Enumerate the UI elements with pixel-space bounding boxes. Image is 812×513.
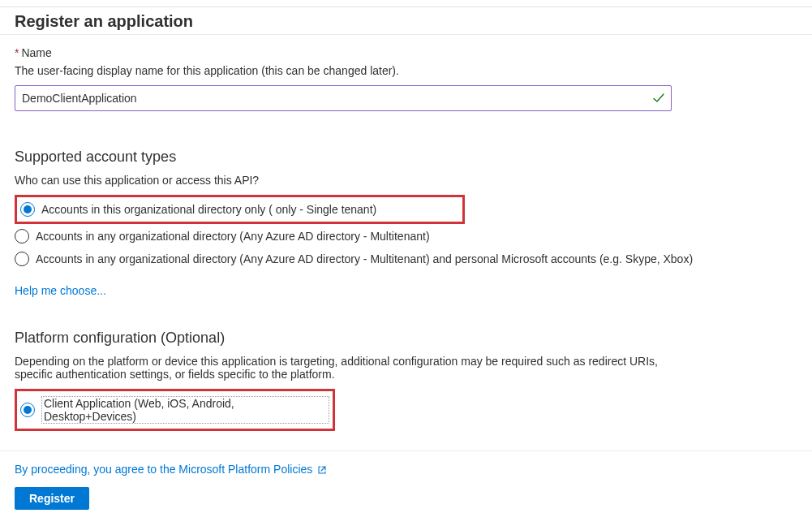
- required-star-icon: *: [15, 46, 19, 59]
- account-types-question: Who can use this application or access t…: [15, 174, 797, 187]
- highlight-single-tenant: Accounts in this organizational director…: [15, 195, 465, 224]
- focus-outline: Client Application (Web, iOS, Android, D…: [41, 396, 329, 424]
- radio-unselected-icon: [15, 252, 29, 266]
- highlight-client-app: Client Application (Web, iOS, Android, D…: [15, 389, 335, 431]
- name-label-text: Name: [21, 46, 51, 59]
- external-link-icon: [317, 464, 327, 474]
- radio-label-multitenant: Accounts in any organizational directory…: [36, 230, 430, 243]
- radio-multitenant[interactable]: Accounts in any organizational directory…: [15, 226, 797, 247]
- radio-selected-icon: [20, 202, 35, 217]
- radio-single-tenant[interactable]: Accounts in this organizational director…: [20, 199, 376, 220]
- app-name-input[interactable]: [15, 85, 672, 111]
- page-title: Register an application: [15, 12, 797, 31]
- name-description: The user-facing display name for this ap…: [15, 64, 797, 77]
- radio-unselected-icon: [15, 229, 29, 244]
- radio-label-client-app: Client Application (Web, iOS, Android, D…: [44, 397, 234, 423]
- radio-label-multitenant-personal: Accounts in any organizational directory…: [36, 252, 693, 265]
- agreement-text: By proceeding, you agree to the Microsof…: [15, 463, 312, 476]
- radio-selected-icon: [20, 403, 35, 417]
- name-label: *Name: [15, 46, 797, 59]
- platform-heading: Platform configuration (Optional): [15, 330, 797, 347]
- help-me-choose-link[interactable]: Help me choose...: [15, 284, 106, 297]
- account-types-heading: Supported account types: [15, 149, 797, 166]
- radio-multitenant-personal[interactable]: Accounts in any organizational directory…: [15, 248, 797, 269]
- register-button[interactable]: Register: [15, 487, 89, 510]
- platform-policies-link[interactable]: By proceeding, you agree to the Microsof…: [15, 463, 327, 476]
- platform-description: Depending on the platform or device this…: [15, 355, 672, 381]
- checkmark-icon: [652, 92, 665, 105]
- radio-client-app[interactable]: Client Application (Web, iOS, Android, D…: [20, 393, 329, 427]
- radio-label-single-tenant: Accounts in this organizational director…: [41, 203, 376, 216]
